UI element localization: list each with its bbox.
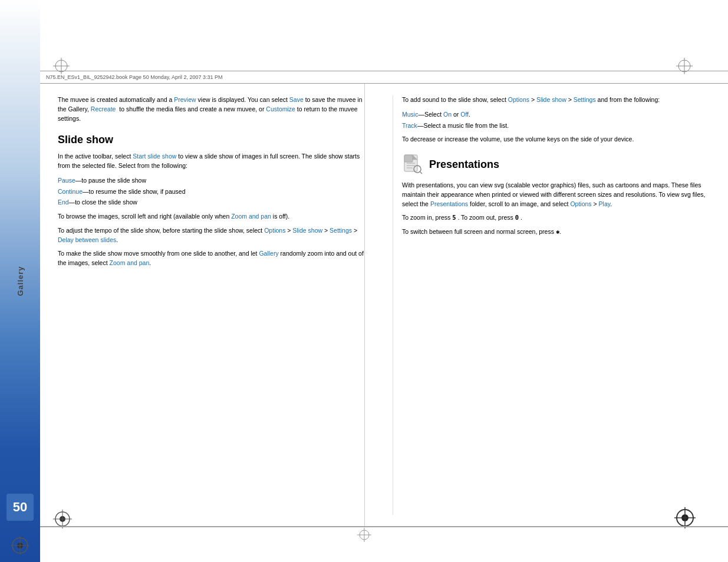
zoom-in-text: To zoom in, press 5 . To zoom out, press…	[402, 213, 710, 223]
right-column: To add sound to the slide show, select O…	[393, 95, 710, 515]
pause-label: Pause	[58, 177, 75, 184]
zoom-out-key: 0	[515, 214, 519, 221]
option-end: End—to close the slide show	[58, 197, 366, 207]
zoom-and-pan-link-1[interactable]: Zoom and pan	[231, 213, 271, 220]
option-track: Track—Select a music file from the list.	[402, 121, 710, 131]
zoom-and-pan-link-2[interactable]: Zoom and pan	[110, 259, 150, 266]
volume-text: To decrease or increase the volume, use …	[402, 135, 710, 144]
switch-text: To switch between full screen and normal…	[402, 227, 710, 237]
continue-label: Continue	[58, 188, 83, 195]
preview-link[interactable]: Preview	[174, 96, 196, 103]
zoom-in-key: 5	[452, 214, 456, 221]
presentations-heading-row: Presentations	[402, 154, 710, 175]
off-link[interactable]: Off	[460, 111, 469, 118]
options-link-3[interactable]: Options	[570, 200, 591, 207]
svg-rect-22	[404, 155, 413, 162]
presentations-heading: Presentations	[429, 158, 499, 171]
delay-link[interactable]: Delay between slides	[58, 236, 116, 243]
settings-link-1[interactable]: Settings	[330, 227, 352, 234]
option-music: Music—Select On or Off.	[402, 110, 710, 120]
header-bar: N75.EN_ESv1_BIL_9252942.book Page 50 Mon…	[40, 71, 728, 84]
page-container: Gallery 50	[0, 0, 728, 562]
slide-show-intro: In the active toolbar, select Start slid…	[58, 152, 366, 171]
end-desc: —to close the slide show	[69, 199, 137, 206]
continue-desc: —to resume the slide show, if paused	[83, 188, 186, 195]
slide-show-link-1[interactable]: Slide show	[292, 227, 322, 234]
tempo-text: To adjust the tempo of the slide show, b…	[58, 226, 366, 245]
reg-mark-sidebar-bottom	[11, 536, 29, 555]
track-desc: —Select a music file from the list.	[417, 122, 509, 129]
save-link[interactable]: Save	[289, 96, 304, 103]
settings-link-2[interactable]: Settings	[574, 96, 596, 103]
track-label: Track	[402, 122, 417, 129]
music-desc: —Select On or Off.	[418, 111, 470, 118]
svg-line-28	[420, 171, 422, 174]
recreate-link[interactable]: Recreate	[91, 105, 116, 113]
slide-show-link-2[interactable]: Slide show	[536, 96, 566, 103]
options-link-2[interactable]: Options	[508, 96, 529, 103]
customize-link[interactable]: Customize	[266, 105, 295, 113]
smooth-text: To make the slide show move smoothly fro…	[58, 249, 366, 268]
switch-key: ✱	[556, 228, 559, 235]
presentations-intro: With presentations, you can view svg (sc…	[402, 181, 710, 209]
left-sidebar: Gallery 50	[0, 0, 40, 562]
slide-show-heading: Slide show	[58, 134, 366, 146]
pause-desc: —to pause the slide show	[75, 177, 146, 184]
gallery-link[interactable]: Gallery	[259, 250, 278, 257]
sidebar-label: Gallery	[16, 266, 25, 296]
play-link[interactable]: Play	[599, 200, 611, 207]
bottom-footer	[40, 527, 728, 562]
sound-text: To add sound to the slide show, select O…	[402, 95, 710, 105]
left-column: The muvee is created automatically and a…	[58, 95, 375, 515]
presentations-icon	[402, 154, 423, 175]
end-label: End	[58, 199, 69, 206]
options-link-1[interactable]: Options	[264, 227, 285, 234]
music-label: Music	[402, 111, 418, 118]
option-pause: Pause—to pause the slide show	[58, 176, 366, 186]
option-continue: Continue—to resume the slide show, if pa…	[58, 187, 366, 197]
intro-paragraph: The muvee is created automatically and a…	[58, 95, 366, 123]
header-text: N75.EN_ESv1_BIL_9252942.book Page 50 Mon…	[46, 74, 223, 80]
browse-text: To browse the images, scroll left and ri…	[58, 212, 366, 222]
start-slide-show-link[interactable]: Start slide show	[133, 153, 176, 160]
page-number: 50	[6, 494, 34, 521]
content-area: The muvee is created automatically and a…	[40, 84, 728, 527]
on-link[interactable]: On	[443, 111, 452, 118]
presentations-link[interactable]: Presentations	[430, 200, 468, 207]
